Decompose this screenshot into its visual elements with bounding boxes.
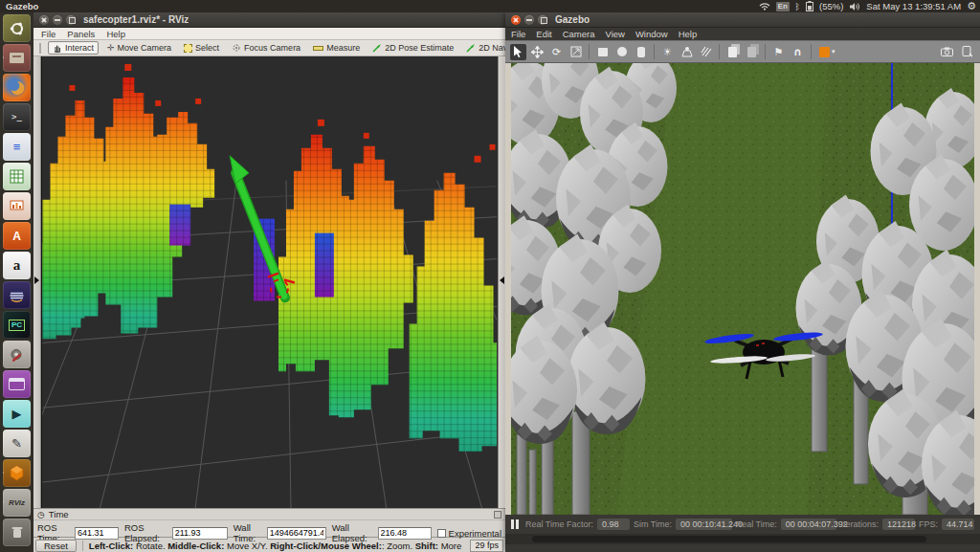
close-icon[interactable]	[511, 15, 521, 25]
view-dropdown-caret[interactable]: ▾	[832, 48, 835, 55]
minimize-icon[interactable]	[53, 15, 62, 25]
launcher-firefox[interactable]	[3, 74, 31, 101]
menu-edit[interactable]: Edit	[536, 29, 551, 39]
menu-file[interactable]: File	[511, 29, 525, 39]
gazebo-titlebar[interactable]: Gazebo	[505, 12, 980, 28]
toolbar-separator	[719, 44, 720, 59]
launcher-software-center[interactable]: A	[3, 222, 31, 250]
launcher-amazon[interactable]: a	[3, 252, 31, 279]
gazebo-window-title: Gazebo	[555, 14, 590, 25]
move-cross-icon: ✛	[107, 43, 115, 53]
launcher-text-editor[interactable]: ✎	[3, 430, 31, 457]
select-tool[interactable]	[510, 44, 526, 60]
menu-panels[interactable]: Panels	[67, 29, 95, 39]
tool-interact[interactable]: Interact	[48, 41, 99, 55]
launcher-libreoffice-writer[interactable]: ≡	[3, 133, 31, 161]
rviz-window-title: safecopter1.rviz* - RViz	[83, 14, 189, 25]
reset-button[interactable]: Reset	[35, 540, 77, 552]
launcher-rviz[interactable]: RViz	[3, 489, 31, 517]
change-view-tool[interactable]	[816, 44, 833, 60]
minimize-icon[interactable]	[524, 15, 534, 25]
menu-help[interactable]: Help	[679, 29, 698, 39]
wifi-icon[interactable]	[759, 2, 770, 11]
scrollbar-thumb[interactable]	[532, 536, 926, 542]
top-panel: Gazebo En ᛒ (55%) Sat May 13 1:39:51 AM …	[0, 0, 980, 12]
snap-tool[interactable]: ∩	[790, 44, 806, 60]
rviz-titlebar[interactable]: safecopter1.rviz* - RViz	[33, 12, 505, 28]
paste-button[interactable]	[744, 44, 760, 60]
maximize-icon[interactable]	[66, 15, 76, 25]
launcher-purple-terminal[interactable]	[3, 370, 31, 398]
tool-2d-pose-estimate[interactable]: 2D Pose Estimate	[368, 42, 457, 54]
spot-light-tool[interactable]	[679, 44, 695, 60]
time-panel-titlebar[interactable]: ◷ Time	[33, 509, 505, 520]
insert-cylinder-tool[interactable]	[633, 44, 649, 60]
launcher-eclipse[interactable]	[3, 281, 31, 309]
views-panel-collapsed-handle[interactable]	[498, 56, 505, 508]
session-gear-icon[interactable]: ⚙	[967, 0, 976, 12]
trash-icon	[11, 525, 24, 540]
launcher-media-player[interactable]: ▶	[3, 400, 31, 428]
ubuntu-logo-icon	[10, 21, 25, 36]
ros-time-input[interactable]	[75, 527, 119, 540]
gazebo-3d-view[interactable]	[511, 63, 974, 515]
rviz-menubar: File Panels Help	[33, 28, 505, 40]
copy-button[interactable]	[724, 44, 741, 60]
launcher-ubuntu-dash[interactable]	[3, 14, 31, 42]
log-record-button[interactable]	[959, 44, 975, 60]
sim-time-value: 00 00:10:41.240	[676, 519, 732, 530]
align-tool[interactable]: ⚑	[770, 44, 787, 60]
experimental-checkbox[interactable]	[437, 529, 446, 538]
volume-icon[interactable]	[849, 2, 860, 11]
menu-camera[interactable]: Camera	[563, 29, 595, 39]
running-indicator	[3, 499, 4, 505]
menu-file[interactable]: File	[41, 29, 56, 39]
toolbar-grip[interactable]	[39, 43, 41, 54]
tool-focus-camera[interactable]: Focus Camera	[228, 42, 304, 54]
launcher-files[interactable]	[3, 44, 31, 72]
directional-light-tool[interactable]	[698, 44, 714, 60]
launcher-pycharm[interactable]: PC	[3, 311, 31, 339]
insert-sphere-tool[interactable]	[613, 44, 630, 60]
maximize-icon[interactable]	[538, 15, 547, 25]
rviz-3d-view[interactable]	[41, 56, 497, 508]
gazebo-horizontal-scrollbar[interactable]	[505, 534, 980, 544]
bluetooth-icon[interactable]: ᛒ	[795, 2, 800, 11]
pause-button[interactable]	[511, 519, 519, 529]
float-panel-icon[interactable]	[494, 511, 501, 519]
select-box-icon	[184, 44, 192, 53]
launcher-gazebo[interactable]	[3, 459, 31, 487]
battery-icon[interactable]	[806, 1, 813, 11]
spot-light-icon	[681, 46, 693, 57]
menu-view[interactable]: View	[605, 29, 624, 39]
translate-tool[interactable]	[529, 44, 546, 60]
close-icon[interactable]	[39, 15, 49, 25]
launcher-libreoffice-impress[interactable]	[3, 192, 31, 220]
keyboard-layout-indicator[interactable]: En	[776, 2, 790, 11]
menu-help[interactable]: Help	[106, 29, 125, 39]
launcher-trash[interactable]	[3, 519, 31, 546]
wall-time-input[interactable]	[267, 527, 326, 540]
displays-panel-collapsed-handle[interactable]	[33, 56, 41, 508]
terminal-icon: >_	[11, 113, 22, 121]
tool-label: Measure	[326, 43, 360, 53]
insert-box-tool[interactable]	[594, 44, 611, 60]
tool-select[interactable]: Select	[180, 42, 223, 54]
wall-elapsed-input[interactable]	[378, 527, 432, 540]
launcher-system-settings[interactable]	[3, 341, 31, 368]
scale-tool[interactable]	[568, 44, 584, 60]
cursor-arrow-icon	[513, 46, 523, 57]
point-light-tool[interactable]: ☀	[659, 44, 676, 60]
tool-move-camera[interactable]: ✛ Move Camera	[103, 42, 175, 54]
launcher-terminal[interactable]: >_	[3, 103, 31, 131]
clock[interactable]: Sat May 13 1:39:51 AM	[866, 1, 961, 11]
ros-elapsed-input[interactable]	[172, 527, 228, 540]
screenshot-button[interactable]	[939, 44, 955, 60]
menu-window[interactable]: Window	[635, 29, 668, 39]
simulation-scene	[511, 63, 974, 515]
running-indicator	[3, 470, 4, 475]
rotate-tool[interactable]: ⟳	[548, 44, 565, 60]
running-indicator	[3, 440, 4, 446]
launcher-libreoffice-calc[interactable]	[3, 163, 31, 190]
tool-measure[interactable]: Measure	[309, 42, 364, 54]
